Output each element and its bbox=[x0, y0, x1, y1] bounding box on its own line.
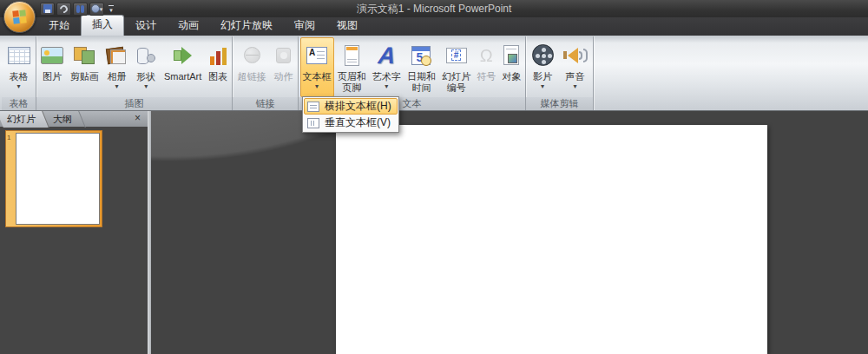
ribbon-group-tables: 表格 ▾ 表格 bbox=[2, 36, 36, 110]
dropdown-arrow-icon: ▾ bbox=[115, 82, 118, 94]
hyperlink-icon bbox=[244, 47, 260, 63]
dropdown-arrow-icon: ▾ bbox=[385, 82, 388, 94]
group-label-illustrations: 插图 bbox=[36, 97, 232, 110]
powerpoint-window: 演示文稿1 - Microsoft PowerPoint ▾ ▾ 开始 插入 设… bbox=[0, 0, 868, 354]
chart-button[interactable]: 图表 bbox=[206, 37, 230, 97]
table-button[interactable]: 表格 ▾ bbox=[5, 37, 33, 97]
textbox-dropdown-menu: 横排文本框(H) 垂直文本框(V) bbox=[302, 96, 399, 133]
print-preview-button[interactable]: ▾ bbox=[89, 3, 104, 16]
wordart-icon: A bbox=[377, 43, 396, 68]
menu-item-vertical-textbox[interactable]: 垂直文本框(V) bbox=[304, 115, 398, 131]
dropdown-arrow-icon: ▾ bbox=[144, 82, 148, 94]
find-icon bbox=[76, 5, 84, 13]
smartart-button[interactable]: SmartArt bbox=[161, 37, 204, 97]
dropdown-arrow-icon: ▾ bbox=[100, 6, 103, 12]
textbox-button[interactable]: A 文本框 ▾ bbox=[300, 37, 334, 97]
object-icon bbox=[503, 45, 519, 65]
group-label-media: 媒体剪辑 bbox=[526, 97, 593, 110]
pane-tab-outline[interactable]: 大纲 bbox=[46, 111, 82, 128]
dropdown-arrow-icon: ▾ bbox=[16, 82, 20, 94]
slide-number-button[interactable]: # 幻灯片 编号 bbox=[439, 37, 473, 97]
content-area: 幻灯片 大纲 × 1 bbox=[0, 111, 868, 354]
ribbon: 表格 ▾ 表格 图片 剪贴画 bbox=[0, 36, 868, 111]
dropdown-arrow-icon: ▾ bbox=[315, 82, 319, 94]
clipart-icon bbox=[73, 46, 95, 65]
header-footer-icon bbox=[345, 45, 359, 66]
header-footer-button[interactable]: 页眉和 页脚 bbox=[335, 37, 369, 97]
ribbon-group-media: 影片 ▾ 声音 ▾ 媒体剪辑 bbox=[526, 36, 594, 110]
menu-item-horizontal-textbox[interactable]: 横排文本框(H) bbox=[304, 98, 398, 115]
date-time-icon: 5 bbox=[411, 46, 431, 65]
smartart-icon bbox=[174, 47, 192, 64]
slide-number-icon: # bbox=[446, 48, 467, 63]
textbox-icon: A bbox=[306, 47, 327, 64]
ribbon-group-links: 超链接 动作 链接 bbox=[233, 36, 299, 110]
picture-button[interactable]: 图片 bbox=[38, 37, 66, 97]
photo-album-button[interactable]: 相册 ▾ bbox=[102, 37, 130, 97]
shapes-icon bbox=[135, 46, 157, 65]
ribbon-group-illustrations: 图片 剪贴画 相册 ▾ 形状 ▾ bbox=[36, 36, 233, 110]
clipart-button[interactable]: 剪贴画 bbox=[68, 37, 102, 97]
shapes-button[interactable]: 形状 ▾ bbox=[132, 37, 160, 97]
save-button[interactable] bbox=[40, 3, 55, 16]
pane-tab-slides[interactable]: 幻灯片 bbox=[0, 111, 46, 128]
photo-album-icon bbox=[105, 46, 128, 65]
tab-slideshow[interactable]: 幻灯片放映 bbox=[210, 16, 283, 36]
pane-tab-bar: 幻灯片 大纲 × bbox=[0, 111, 148, 127]
table-icon bbox=[8, 47, 30, 64]
pane-close-button[interactable]: × bbox=[132, 112, 143, 125]
tab-design[interactable]: 设计 bbox=[125, 16, 167, 36]
quick-access-toolbar: ▾ ▾ bbox=[40, 2, 116, 16]
chart-icon bbox=[210, 46, 227, 65]
title-bar: 演示文稿1 - Microsoft PowerPoint bbox=[0, 0, 868, 17]
horizontal-textbox-icon bbox=[307, 102, 319, 112]
dropdown-arrow-icon: ▾ bbox=[573, 82, 576, 94]
slides-pane: 幻灯片 大纲 × 1 bbox=[0, 111, 148, 354]
movie-icon bbox=[532, 44, 554, 66]
symbol-button: Ω 符号 bbox=[474, 37, 498, 97]
workspace bbox=[151, 111, 868, 354]
date-time-button[interactable]: 5 日期和 时间 bbox=[404, 37, 438, 97]
slide-thumbnail-selected[interactable]: 1 bbox=[5, 130, 102, 227]
print-preview-icon bbox=[91, 4, 100, 13]
hyperlink-button: 超链接 bbox=[235, 37, 269, 97]
vertical-textbox-icon bbox=[307, 118, 319, 128]
action-button: 动作 bbox=[272, 37, 296, 97]
ribbon-tab-row: 开始 插入 设计 动画 幻灯片放映 审阅 视图 bbox=[0, 17, 868, 36]
group-label-links: 链接 bbox=[233, 97, 298, 110]
undo-button[interactable] bbox=[56, 3, 71, 16]
dropdown-arrow-icon: ▾ bbox=[541, 82, 544, 94]
slide-thumbnail-list: 1 bbox=[0, 127, 148, 354]
tab-review[interactable]: 审阅 bbox=[284, 16, 326, 36]
sound-icon bbox=[563, 48, 588, 63]
slide-number: 1 bbox=[7, 134, 10, 141]
symbol-icon: Ω bbox=[480, 46, 493, 65]
office-button[interactable] bbox=[3, 1, 36, 33]
group-label-tables: 表格 bbox=[2, 97, 36, 110]
customize-qat-icon bbox=[108, 5, 114, 6]
tab-insert[interactable]: 插入 bbox=[81, 15, 124, 36]
tab-view[interactable]: 视图 bbox=[326, 16, 368, 36]
save-icon bbox=[43, 4, 52, 13]
picture-icon bbox=[41, 47, 63, 64]
customize-qat-button[interactable]: ▾ bbox=[106, 5, 116, 13]
tab-animations[interactable]: 动画 bbox=[168, 16, 209, 36]
window-title: 演示文稿1 - Microsoft PowerPoint bbox=[357, 2, 512, 16]
tab-home[interactable]: 开始 bbox=[38, 16, 80, 36]
find-button[interactable] bbox=[73, 3, 88, 16]
undo-icon bbox=[58, 3, 69, 15]
movie-button[interactable]: 影片 ▾ bbox=[529, 37, 556, 97]
slide-canvas[interactable] bbox=[336, 125, 767, 354]
wordart-button[interactable]: A 艺术字 ▾ bbox=[370, 37, 404, 97]
slide-thumbnail-image bbox=[16, 133, 100, 225]
object-button[interactable]: 对象 bbox=[499, 37, 523, 97]
action-icon bbox=[276, 48, 291, 63]
office-logo-icon bbox=[12, 10, 26, 23]
sound-button[interactable]: 声音 ▾ bbox=[561, 37, 590, 97]
